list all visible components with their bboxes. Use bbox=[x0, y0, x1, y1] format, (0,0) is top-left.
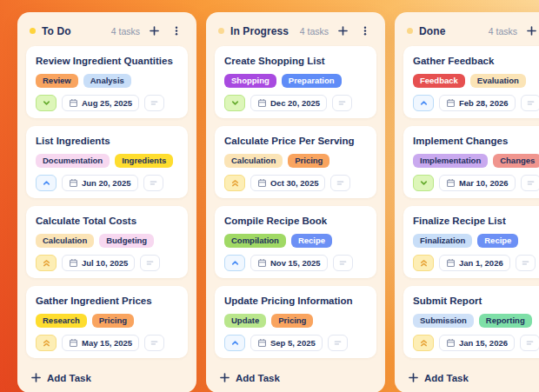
card-meta: Jan 1, 2026 bbox=[413, 255, 539, 271]
task-card[interactable]: Update Pricing InformationUpdatePricingS… bbox=[215, 286, 376, 358]
due-date-chip[interactable]: Jan 15, 2026 bbox=[439, 335, 515, 351]
task-card[interactable]: Submit ReportSubmissionReportingJan 15, … bbox=[403, 286, 539, 358]
priority-button[interactable] bbox=[224, 95, 245, 111]
column-title: To Do bbox=[42, 25, 71, 37]
tag: Research bbox=[36, 314, 87, 328]
column-menu-button[interactable] bbox=[169, 23, 184, 38]
card-title: Compile Recipe Book bbox=[224, 214, 367, 227]
task-card[interactable]: Gather Ingredient PricesResearchPricingM… bbox=[26, 286, 188, 358]
calendar-icon bbox=[257, 338, 267, 348]
card-title: Create Shopping List bbox=[224, 54, 367, 67]
tag: Pricing bbox=[92, 314, 134, 328]
column-done: Done4 tasksGather FeedbackFeedbackEvalua… bbox=[395, 12, 539, 392]
notes-icon bbox=[338, 258, 348, 268]
notes-button[interactable] bbox=[516, 255, 536, 271]
task-card[interactable]: Gather FeedbackFeedbackEvaluationFeb 28,… bbox=[403, 46, 539, 118]
task-card[interactable]: Compile Recipe BookCompilationRecipeNov … bbox=[215, 206, 376, 278]
notes-button[interactable] bbox=[521, 95, 539, 111]
column-header: Done4 tasks bbox=[403, 19, 539, 46]
card-title: Update Pricing Information bbox=[224, 294, 367, 307]
tag: Ingredients bbox=[115, 154, 173, 168]
task-card[interactable]: Review Ingredient QuantitiesReviewAnalys… bbox=[26, 46, 188, 118]
add-task-button[interactable]: Add Task bbox=[26, 366, 96, 388]
priority-button[interactable] bbox=[413, 255, 434, 271]
notes-button[interactable] bbox=[144, 95, 164, 111]
priority-button[interactable] bbox=[413, 335, 434, 351]
priority-button[interactable] bbox=[413, 95, 434, 111]
tag: Reporting bbox=[479, 314, 532, 328]
priority-button[interactable] bbox=[224, 335, 245, 351]
column-task-count: 4 tasks bbox=[111, 26, 140, 37]
plus-icon bbox=[526, 25, 537, 37]
card-title: Submit Report bbox=[413, 294, 539, 307]
calendar-icon bbox=[446, 178, 456, 188]
priority-button[interactable] bbox=[36, 95, 57, 111]
notes-button[interactable] bbox=[521, 175, 539, 191]
notes-button[interactable] bbox=[333, 255, 353, 271]
calendar-icon bbox=[69, 338, 78, 348]
due-date: Nov 15, 2025 bbox=[270, 258, 321, 268]
priority-button[interactable] bbox=[36, 175, 57, 191]
due-date-chip[interactable]: Oct 30, 2025 bbox=[250, 175, 325, 191]
card-meta: Aug 25, 2025 bbox=[36, 95, 178, 111]
plus-icon bbox=[337, 25, 349, 37]
due-date-chip[interactable]: May 15, 2025 bbox=[62, 335, 139, 351]
calendar-icon bbox=[69, 98, 78, 108]
tag: Feedback bbox=[413, 74, 465, 88]
notes-button[interactable] bbox=[143, 175, 163, 191]
add-task-button[interactable]: Add Task bbox=[403, 366, 473, 388]
priority-button[interactable] bbox=[36, 255, 57, 271]
double-chevron-up-icon bbox=[419, 338, 429, 348]
add-card-button[interactable] bbox=[146, 23, 163, 38]
card-list: Gather FeedbackFeedbackEvaluationFeb 28,… bbox=[403, 46, 539, 358]
notes-icon bbox=[521, 258, 530, 268]
task-card[interactable]: List IngredientsDocumentationIngredients… bbox=[26, 126, 188, 198]
notes-button[interactable] bbox=[144, 335, 164, 351]
due-date-chip[interactable]: Aug 25, 2025 bbox=[62, 95, 139, 111]
add-card-button[interactable] bbox=[335, 23, 351, 38]
due-date: Aug 25, 2025 bbox=[82, 98, 132, 108]
tag-list: CompilationRecipe bbox=[224, 234, 367, 248]
priority-button[interactable] bbox=[224, 175, 245, 191]
chevron-down-icon bbox=[42, 98, 51, 108]
tag: Update bbox=[224, 314, 266, 328]
notes-button[interactable] bbox=[328, 335, 348, 351]
chevron-down-icon bbox=[419, 178, 429, 188]
chevron-up-icon bbox=[230, 258, 240, 268]
priority-button[interactable] bbox=[413, 175, 434, 191]
priority-button[interactable] bbox=[224, 255, 245, 271]
task-card[interactable]: Calculate Price Per ServingCalculationPr… bbox=[215, 126, 376, 198]
card-title: Calculate Total Costs bbox=[36, 214, 178, 227]
notes-icon bbox=[336, 178, 345, 188]
notes-button[interactable] bbox=[332, 95, 352, 111]
task-card[interactable]: Create Shopping ListShoppingPreparationD… bbox=[215, 46, 376, 118]
due-date-chip[interactable]: Feb 28, 2026 bbox=[439, 95, 516, 111]
due-date-chip[interactable]: Dec 20, 2025 bbox=[250, 95, 327, 111]
priority-button[interactable] bbox=[36, 335, 57, 351]
add-card-button[interactable] bbox=[523, 23, 539, 38]
card-title: Calculate Price Per Serving bbox=[224, 134, 367, 147]
task-card[interactable]: Calculate Total CostsCalculationBudgetin… bbox=[26, 206, 188, 278]
column-in-progress: In Progress4 tasksCreate Shopping ListSh… bbox=[206, 12, 385, 392]
tag: Changes bbox=[493, 154, 539, 168]
due-date-chip[interactable]: Jul 10, 2025 bbox=[62, 255, 135, 271]
tag-list: CalculationPricing bbox=[224, 154, 367, 168]
due-date-chip[interactable]: Nov 15, 2025 bbox=[250, 255, 328, 271]
notes-button[interactable] bbox=[140, 255, 160, 271]
notes-button[interactable] bbox=[330, 175, 350, 191]
due-date-chip[interactable]: Jan 1, 2026 bbox=[439, 255, 510, 271]
add-task-button[interactable]: Add Task bbox=[215, 366, 284, 388]
due-date-chip[interactable]: Jun 20, 2025 bbox=[62, 175, 138, 191]
task-card[interactable]: Implement ChangesImplementationChangesMa… bbox=[403, 126, 539, 198]
tag-list: ShoppingPreparation bbox=[224, 74, 367, 88]
due-date-chip[interactable]: Sep 5, 2025 bbox=[250, 335, 323, 351]
column-menu-button[interactable] bbox=[357, 23, 373, 38]
notes-button[interactable] bbox=[520, 335, 539, 351]
due-date-chip[interactable]: Mar 10, 2026 bbox=[439, 175, 516, 191]
card-meta: Mar 10, 2026 bbox=[413, 175, 539, 191]
task-card[interactable]: Finalize Recipe ListFinalizationRecipeJa… bbox=[403, 206, 539, 278]
notes-icon bbox=[337, 98, 347, 108]
notes-icon bbox=[526, 178, 536, 188]
notes-icon bbox=[149, 178, 158, 188]
tag: Review bbox=[36, 74, 78, 88]
